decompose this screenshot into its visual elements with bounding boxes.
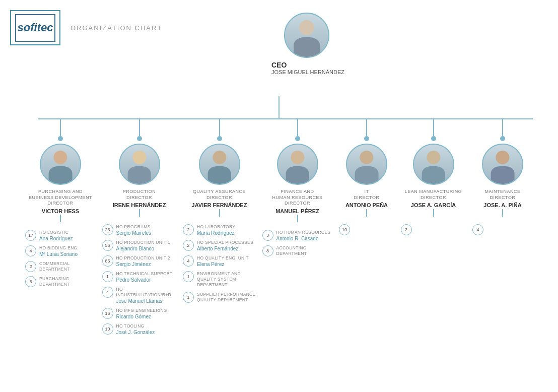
avatar-finance — [277, 144, 318, 185]
name-lean: JOSE A. GARCÍA — [405, 202, 462, 209]
v-bottom-lean — [433, 209, 434, 217]
subitem-label: HO QUALITY ENG. UNIT — [197, 255, 256, 261]
subitem-name: Ana Rodríguez — [39, 236, 96, 241]
v-bottom-production — [139, 209, 140, 217]
subitem-name: Mª Luisa Soriano — [39, 251, 96, 257]
badge: 2 — [401, 224, 412, 235]
subitem-content: HO LABORATORY María Rodríguez — [197, 224, 256, 236]
badge: 1 — [102, 271, 113, 282]
subitem-content: HO TECHNICAL SUPPORT Pedro Salvador — [116, 271, 177, 283]
v-line-quality — [219, 118, 220, 136]
list-item: 10 HO TOOLING José J. González — [102, 323, 177, 335]
dot-lean — [431, 136, 436, 141]
subitem-label: ACCOUNTING DEPARTMENT — [276, 245, 333, 256]
name-purchasing: VICTOR HESS — [29, 208, 92, 215]
subitem-content: HO INDUSTRIALIZATION/R+D Jose Manuel Lla… — [116, 287, 177, 304]
subitem-content: HO HUMAN RESOURCES Antonio R. Casado — [276, 230, 333, 241]
badge: 10 — [102, 323, 113, 335]
columns-container: PURCHASING ANDBUSINESS DEVELOPMENTDIRECT… — [10, 118, 548, 339]
avatar-lean — [413, 144, 454, 185]
list-item: 2 HO LABORATORY María Rodríguez — [183, 224, 256, 236]
logo-inner: sofitec — [15, 14, 55, 42]
ceo-section: CEO JOSE MIGUEL HERNÁNDEZ — [269, 13, 344, 75]
list-item: 1 ENVIRONMENT ANDQUALITY SYSTEM DEPARTME… — [183, 271, 256, 288]
subitem-name: Sergio Maireles — [116, 230, 177, 236]
subitem-label: COMMERCIAL DEPARTMENT — [39, 261, 96, 272]
badge: 56 — [102, 240, 113, 251]
list-item: 4 HO INDUSTRIALIZATION/R+D Jose Manuel L… — [102, 287, 177, 304]
subitem-content: HO BIDDING ENG. Mª Luisa Soriano — [39, 245, 96, 257]
role-it: ITDIRECTOR — [345, 189, 388, 201]
badge: 4 — [25, 245, 36, 256]
badge: 4 — [472, 224, 483, 235]
v-line-production — [139, 118, 140, 136]
badge: 5 — [25, 276, 36, 287]
subitem-content: HO QUALITY ENG. UNIT Elena Pérez — [197, 255, 256, 267]
subitems-it: 10 — [339, 224, 394, 239]
list-item: 17 HO LOGISTIC Ana Rodríguez — [25, 230, 96, 241]
badge: 2 — [25, 261, 36, 272]
list-item: 16 HO MFG ENGINEERING Ricardo Gómez — [102, 308, 177, 319]
list-item: 56 HO PRODUCTION UNIT 1 Alejandro Blanco — [102, 240, 177, 251]
subitem-content: HO PRODUCTION UNIT 1 Alejandro Blanco — [116, 240, 177, 251]
subitem-content: HO SPECIAL PROCESSES Alberto Fernández — [197, 240, 256, 251]
col-quality: QUALITY ASSURANCEDIRECTOR JAVIER FERNÁND… — [183, 118, 256, 307]
avatar-it — [346, 144, 387, 185]
badge: 4 — [183, 255, 194, 267]
subitem-label: HO TECHNICAL SUPPORT — [116, 271, 177, 277]
badge: 8 — [262, 245, 273, 256]
page: sofitec ORGANIZATION CHART CEO JOSE MIGU… — [0, 0, 558, 349]
dot-it — [364, 136, 369, 141]
subitem-label: HO PROGRAMS — [116, 224, 177, 230]
badge: 86 — [102, 255, 113, 267]
v-bottom-maintenance — [502, 209, 503, 217]
col-purchasing: PURCHASING ANDBUSINESS DEVELOPMENTDIRECT… — [25, 118, 96, 292]
badge: 23 — [102, 224, 113, 235]
dot-quality — [217, 136, 222, 141]
info-purchasing: PURCHASING ANDBUSINESS DEVELOPMENTDIRECT… — [27, 189, 94, 215]
info-it: ITDIRECTOR ANTONIO PEÑA — [343, 189, 390, 209]
subitem-content: HO MFG ENGINEERING Ricardo Gómez — [116, 308, 177, 319]
subitem-content: HO LOGISTIC Ana Rodríguez — [39, 230, 96, 241]
dot-production — [137, 136, 142, 141]
list-item: 4 HO BIDDING ENG. Mª Luisa Soriano — [25, 245, 96, 257]
subitem-label: HO HUMAN RESOURCES — [276, 230, 333, 235]
ceo-avatar — [284, 13, 329, 58]
avatar-quality — [199, 144, 240, 185]
subitem-name: Jose Manuel Llamas — [116, 298, 177, 304]
subitems-finance: 3 HO HUMAN RESOURCES Antonio R. Casado 8… — [262, 230, 333, 260]
v-line-purchasing — [60, 118, 61, 136]
col-finance: FINANCE ANDHUMAN RESOURCESDIRECTOR MANUE… — [262, 118, 333, 260]
subitem-content: HO PROGRAMS Sergio Maireles — [116, 224, 177, 236]
name-maintenance: JOSE. A. PIÑA — [483, 202, 521, 209]
list-item: 3 HO HUMAN RESOURCES Antonio R. Casado — [262, 230, 333, 241]
badge: 17 — [25, 230, 36, 241]
role-purchasing: PURCHASING ANDBUSINESS DEVELOPMENTDIRECT… — [29, 189, 92, 207]
col-lean: LEAN MANUFACTURINGDIRECTOR JOSE A. GARCÍ… — [401, 118, 466, 239]
subitem-name: José J. González — [116, 330, 177, 335]
dot-purchasing — [58, 136, 63, 141]
org-chart-label: ORGANIZATION CHART — [71, 24, 162, 32]
col-maintenance: MAINTENANCEDIRECTOR JOSE. A. PIÑA 4 — [472, 118, 533, 239]
ceo-vertical-line — [278, 96, 280, 119]
subitem-name: Pedro Salvador — [116, 277, 177, 283]
col-it: ITDIRECTOR ANTONIO PEÑA 10 — [339, 118, 394, 239]
name-it: ANTONIO PEÑA — [345, 202, 388, 209]
list-item: 2 COMMERCIAL DEPARTMENT — [25, 261, 96, 272]
list-item: 2 HO SPECIAL PROCESSES Alberto Fernández — [183, 240, 256, 251]
v-bottom-finance — [297, 215, 298, 222]
badge: 4 — [102, 287, 113, 298]
list-item: 1 HO TECHNICAL SUPPORT Pedro Salvador — [102, 271, 177, 283]
info-finance: FINANCE ANDHUMAN RESOURCESDIRECTOR MANUE… — [270, 189, 324, 215]
ceo-name: JOSE MIGUEL HERNÁNDEZ — [271, 69, 344, 75]
subitems-quality: 2 HO LABORATORY María Rodríguez 2 HO SPE… — [183, 224, 256, 307]
v-line-finance — [297, 118, 298, 136]
list-item: 5 PURCHASING DEPARTMENT — [25, 276, 96, 287]
badge: 10 — [339, 224, 350, 235]
subitem-content: ENVIRONMENT ANDQUALITY SYSTEM DEPARTMENT — [197, 271, 256, 288]
role-production: PRODUCTIONDIRECTOR — [113, 189, 166, 201]
subitem-name: Antonio R. Casado — [276, 236, 333, 241]
v-bottom-quality — [219, 209, 220, 217]
subitems-lean: 2 — [401, 224, 466, 239]
subitem-label: HO PRODUCTION UNIT 1 — [116, 240, 177, 245]
